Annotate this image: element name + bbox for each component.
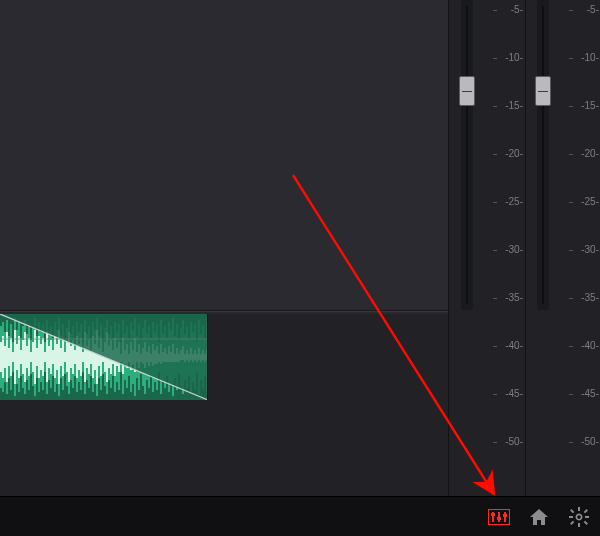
svg-rect-120 bbox=[28, 338, 30, 376]
svg-rect-131 bbox=[50, 340, 52, 374]
meter-scale-tick bbox=[569, 346, 573, 347]
svg-rect-138 bbox=[64, 352, 66, 362]
svg-rect-112 bbox=[12, 352, 14, 362]
bottom-bar bbox=[0, 496, 600, 536]
svg-rect-107 bbox=[2, 336, 4, 378]
meter-scale-tick bbox=[493, 154, 497, 155]
svg-rect-133 bbox=[54, 336, 56, 378]
fader-track-2[interactable] bbox=[537, 0, 549, 310]
meter-scale-tick bbox=[493, 442, 497, 443]
meter-scale-tick bbox=[569, 250, 573, 251]
mixer-icon bbox=[488, 509, 510, 525]
meter-scale-label: -20- bbox=[499, 149, 523, 159]
svg-rect-226 bbox=[584, 509, 588, 513]
meter-scale-label: -20- bbox=[575, 149, 599, 159]
meter-scale-tick bbox=[493, 346, 497, 347]
svg-rect-106 bbox=[0, 342, 2, 372]
meter-channel-2: -5--10--15--20--25--30--35--40--45--50- bbox=[533, 0, 600, 496]
svg-rect-225 bbox=[584, 521, 588, 525]
svg-rect-122 bbox=[32, 342, 34, 372]
meter-scale-tick bbox=[569, 154, 573, 155]
fader-handle-2[interactable] bbox=[535, 76, 551, 106]
svg-rect-124 bbox=[36, 348, 38, 366]
svg-rect-115 bbox=[18, 336, 20, 378]
meter-scale-label: -10- bbox=[575, 53, 599, 63]
meter-scale-label: -30- bbox=[575, 245, 599, 255]
settings-button[interactable] bbox=[568, 506, 590, 528]
svg-rect-217 bbox=[491, 513, 495, 516]
svg-rect-223 bbox=[585, 516, 589, 518]
svg-rect-227 bbox=[570, 521, 574, 525]
svg-rect-111 bbox=[10, 338, 12, 376]
meters-panel: -5--10--15--20--25--30--35--40--45--50- … bbox=[448, 0, 600, 496]
svg-rect-117 bbox=[22, 340, 24, 374]
svg-rect-114 bbox=[16, 344, 18, 370]
meter-scale-label: -50- bbox=[499, 437, 523, 447]
meter-scale-label: -10- bbox=[499, 53, 523, 63]
svg-rect-224 bbox=[570, 509, 574, 513]
fader-track-1[interactable] bbox=[461, 0, 473, 310]
svg-rect-145 bbox=[78, 344, 80, 370]
timeline-empty-below[interactable] bbox=[0, 400, 448, 496]
svg-rect-141 bbox=[70, 346, 72, 368]
waveform-icon bbox=[0, 314, 208, 400]
timeline-empty-right[interactable] bbox=[208, 314, 448, 400]
meter-scale-label: -5- bbox=[499, 5, 523, 15]
meter-scale-tick bbox=[493, 250, 497, 251]
mixer-button[interactable] bbox=[488, 506, 510, 528]
meter-scale-label: -15- bbox=[499, 101, 523, 111]
svg-rect-147 bbox=[82, 352, 84, 362]
svg-rect-121 bbox=[30, 352, 32, 362]
home-icon bbox=[529, 508, 549, 526]
svg-rect-116 bbox=[20, 350, 22, 364]
audio-clip[interactable] bbox=[0, 314, 208, 400]
gear-icon bbox=[569, 507, 589, 527]
meter-scale-label: -45- bbox=[499, 389, 523, 399]
svg-rect-126 bbox=[40, 344, 42, 370]
svg-rect-220 bbox=[578, 507, 580, 511]
meter-scale-label: -25- bbox=[499, 197, 523, 207]
meter-scale-tick bbox=[569, 106, 573, 107]
svg-rect-132 bbox=[52, 350, 54, 364]
svg-rect-128 bbox=[44, 352, 46, 362]
meter-scale-tick bbox=[493, 106, 497, 107]
meter-scale-label: -45- bbox=[575, 389, 599, 399]
svg-rect-143 bbox=[74, 350, 76, 364]
meter-scale-label: -30- bbox=[499, 245, 523, 255]
svg-rect-137 bbox=[62, 338, 64, 376]
svg-rect-125 bbox=[38, 336, 40, 378]
meter-scale-tick bbox=[493, 10, 497, 11]
svg-rect-123 bbox=[34, 330, 36, 384]
svg-rect-219 bbox=[503, 514, 507, 517]
svg-rect-108 bbox=[4, 346, 6, 368]
svg-rect-119 bbox=[26, 346, 28, 368]
timeline-empty-track[interactable] bbox=[0, 0, 448, 312]
meter-scale-tick bbox=[493, 298, 497, 299]
meter-scale-tick bbox=[569, 298, 573, 299]
meter-scale-tick bbox=[569, 394, 573, 395]
svg-rect-134 bbox=[56, 344, 58, 370]
svg-rect-136 bbox=[60, 348, 62, 366]
svg-rect-130 bbox=[48, 346, 50, 368]
meter-scale-label: -25- bbox=[575, 197, 599, 207]
meter-scale-label: -40- bbox=[499, 341, 523, 351]
meter-scale-tick bbox=[493, 202, 497, 203]
svg-rect-222 bbox=[569, 516, 573, 518]
svg-rect-218 bbox=[497, 517, 501, 520]
meter-separator bbox=[525, 0, 526, 496]
svg-rect-113 bbox=[14, 330, 16, 384]
meter-scale-label: -15- bbox=[575, 101, 599, 111]
meter-scale-tick bbox=[569, 58, 573, 59]
timeline-panel bbox=[0, 0, 448, 496]
meter-scale-tick bbox=[493, 394, 497, 395]
meter-scale-tick bbox=[569, 442, 573, 443]
meter-scale-label: -35- bbox=[499, 293, 523, 303]
meter-scale-tick bbox=[569, 10, 573, 11]
meter-scale-tick bbox=[569, 202, 573, 203]
meter-scale-label: -50- bbox=[575, 437, 599, 447]
svg-rect-110 bbox=[8, 348, 10, 366]
home-button[interactable] bbox=[528, 506, 550, 528]
meter-scale-tick bbox=[493, 58, 497, 59]
meter-scale-label: -40- bbox=[575, 341, 599, 351]
fader-handle-1[interactable] bbox=[459, 76, 475, 106]
